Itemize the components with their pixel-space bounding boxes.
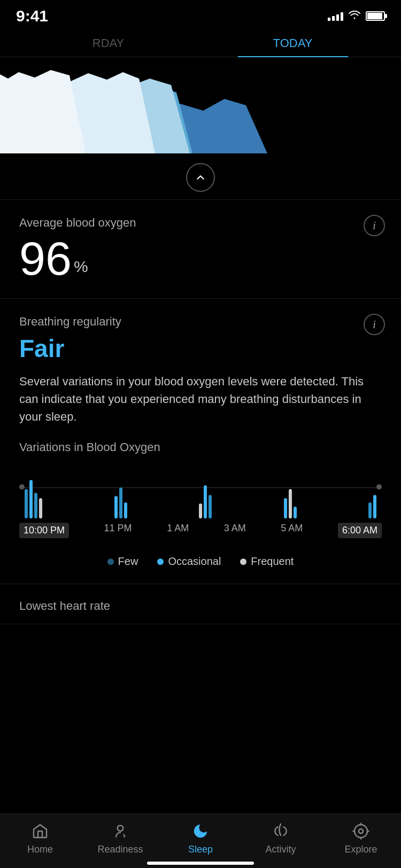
- readiness-icon: [111, 821, 130, 841]
- nav-explore-label: Explore: [344, 844, 377, 855]
- bar-group-11pm: [114, 487, 127, 518]
- heart-rate-label: Lowest heart rate: [19, 599, 382, 613]
- chart-legend: Few Occasional Frequent: [19, 549, 382, 568]
- breathing-info-button[interactable]: i: [364, 314, 385, 335]
- nav-explore[interactable]: Explore: [334, 821, 388, 855]
- bottom-nav: Home Readiness Sleep Activity: [0, 813, 401, 868]
- timeline-bars: [19, 465, 382, 518]
- time-label-11pm: 11 PM: [104, 523, 132, 538]
- collapse-section: [0, 153, 401, 200]
- legend-occasional: Occasional: [157, 555, 221, 568]
- time-label-6am: 6:00 AM: [338, 523, 382, 538]
- variations-chart: 10:00 PM 11 PM 1 AM 3 AM 5 AM 6:00 AM: [19, 465, 382, 538]
- legend-frequent: Frequent: [240, 555, 294, 568]
- time-label-10pm: 10:00 PM: [19, 523, 69, 538]
- wave-chart: [0, 57, 401, 153]
- bar-group-10pm: [25, 480, 42, 518]
- explore-icon: [351, 821, 371, 841]
- breathing-description: Several variations in your blood oxygen …: [19, 373, 382, 425]
- status-bar: 9:41: [0, 0, 401, 29]
- bar-group-5am: [368, 495, 376, 518]
- tab-today[interactable]: TODAY: [200, 29, 385, 57]
- wifi-icon: [349, 11, 360, 22]
- legend-few: Few: [107, 555, 138, 568]
- heart-rate-section: Lowest heart rate: [0, 584, 401, 624]
- chevron-up-icon: [195, 172, 206, 183]
- svg-point-13: [359, 829, 363, 833]
- blood-oxygen-info-button[interactable]: i: [364, 215, 385, 236]
- svg-point-7: [118, 825, 124, 831]
- nav-home[interactable]: Home: [13, 821, 67, 855]
- blood-oxygen-label: Average blood oxygen: [19, 216, 382, 230]
- signal-icon: [328, 11, 343, 21]
- nav-sleep-label: Sleep: [188, 844, 213, 855]
- breathing-regularity-label: Breathing regularity: [19, 315, 382, 329]
- home-icon: [30, 821, 50, 841]
- time-label-3am: 3 AM: [224, 523, 246, 538]
- nav-activity[interactable]: Activity: [254, 821, 307, 855]
- legend-dot-occasional: [157, 559, 164, 565]
- legend-dot-few: [107, 559, 114, 565]
- blood-oxygen-section: Average blood oxygen 96% i: [0, 200, 401, 299]
- nav-readiness[interactable]: Readiness: [94, 821, 147, 855]
- nav-home-label: Home: [27, 844, 53, 855]
- home-indicator: [147, 862, 254, 865]
- activity-icon: [271, 821, 290, 841]
- nav-activity-label: Activity: [265, 844, 296, 855]
- sleep-icon: [191, 821, 210, 841]
- status-time: 9:41: [16, 7, 48, 25]
- nav-sleep[interactable]: Sleep: [174, 821, 227, 855]
- tabs-bar: RDAY TODAY: [0, 29, 401, 57]
- time-label-5am: 5 AM: [281, 523, 303, 538]
- svg-point-8: [354, 825, 367, 838]
- nav-readiness-label: Readiness: [97, 844, 143, 855]
- breathing-status-value: Fair: [19, 334, 382, 363]
- battery-icon: [366, 11, 385, 21]
- tab-yesterday[interactable]: RDAY: [16, 29, 200, 57]
- time-label-1am: 1 AM: [167, 523, 189, 538]
- bar-group-1am: [199, 485, 212, 518]
- collapse-button[interactable]: [186, 163, 215, 192]
- variations-label: Variations in Blood Oxygen: [19, 440, 382, 454]
- bar-group-3am: [284, 489, 297, 518]
- blood-oxygen-value: 96%: [19, 235, 382, 282]
- status-icons: [328, 11, 385, 22]
- breathing-regularity-section: Breathing regularity Fair Several variat…: [0, 299, 401, 584]
- legend-dot-frequent: [240, 559, 246, 565]
- timeline-labels: 10:00 PM 11 PM 1 AM 3 AM 5 AM 6:00 AM: [19, 518, 382, 538]
